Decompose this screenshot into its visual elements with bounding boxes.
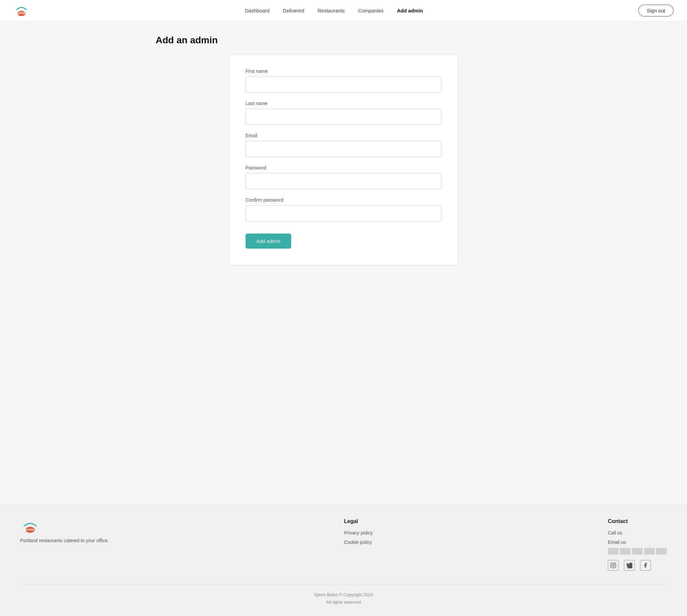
email-group: Email	[246, 133, 441, 157]
page-title: Add an admin	[156, 35, 531, 46]
footer-top: SPORK Portland restaurants catered to yo…	[20, 519, 667, 571]
password-group: Password	[246, 165, 441, 189]
nav-dashboard[interactable]: Dashboard	[245, 8, 269, 14]
footer-contact-section: Contact Call us Email us	[608, 519, 667, 571]
footer-bottom: Spork Bytes © Copyright 2023 All rights …	[20, 584, 667, 606]
social-img-4	[644, 548, 655, 555]
main-content: Add an admin First name Last name Email …	[142, 21, 545, 505]
main-nav: Dashboard Delivered Restaurants Companie…	[245, 8, 423, 14]
list-item: Cookie policy	[344, 539, 373, 545]
email-label: Email	[246, 133, 441, 138]
first-name-input[interactable]	[246, 76, 441, 93]
nav-add-admin[interactable]: Add admin	[397, 8, 423, 14]
call-us-link[interactable]: Call us	[608, 530, 622, 535]
nav-delivered[interactable]: Delivered	[283, 8, 304, 14]
first-name-group: First name	[246, 68, 441, 93]
confirm-password-input[interactable]	[246, 205, 441, 221]
privacy-policy-link[interactable]: Privacy policy	[344, 530, 373, 535]
instagram-icon[interactable]	[608, 560, 619, 571]
confirm-password-group: Confirm password	[246, 197, 441, 221]
email-us-link[interactable]: Email us	[608, 540, 626, 545]
email-input[interactable]	[246, 141, 441, 157]
footer-brand: SPORK Portland restaurants catered to yo…	[20, 519, 109, 543]
add-admin-form-card: First name Last name Email Password Conf…	[229, 55, 458, 265]
social-img-5	[656, 548, 667, 555]
nav-restaurants[interactable]: Restaurants	[318, 8, 345, 14]
footer: SPORK Portland restaurants catered to yo…	[0, 505, 687, 616]
cookie-policy-link[interactable]: Cookie policy	[344, 540, 372, 545]
last-name-group: Last name	[246, 101, 441, 125]
footer-copyright: Spork Bytes © Copyright 2023	[20, 591, 667, 598]
footer-contact-links: Call us Email us	[608, 530, 667, 545]
svg-rect-4	[611, 563, 616, 568]
confirm-password-label: Confirm password	[246, 197, 441, 203]
logo: SPORK	[14, 3, 29, 19]
last-name-label: Last name	[246, 101, 441, 106]
sign-out-button[interactable]: Sign out	[638, 5, 673, 17]
social-img-2	[620, 548, 630, 555]
social-img-3	[632, 548, 643, 555]
list-item: Email us	[608, 539, 667, 545]
footer-rights: All rights reserved	[20, 598, 667, 606]
add-admin-button[interactable]: Add admin	[246, 234, 291, 249]
footer-legal-section: Legal Privacy policy Cookie policy	[344, 519, 373, 545]
svg-point-6	[614, 564, 615, 564]
social-img-1	[608, 548, 619, 555]
svg-point-5	[612, 564, 614, 566]
twitter-icon[interactable]	[624, 560, 635, 571]
spork-logo-icon: SPORK	[14, 3, 29, 19]
first-name-label: First name	[246, 68, 441, 74]
footer-logo-icon: SPORK	[20, 519, 40, 534]
facebook-icon[interactable]	[640, 560, 651, 571]
footer-legal-heading: Legal	[344, 519, 373, 524]
header: SPORK Dashboard Delivered Restaurants Co…	[0, 0, 687, 21]
list-item: Privacy policy	[344, 530, 373, 536]
nav-companies[interactable]: Companies	[358, 8, 384, 14]
svg-text:SPORK: SPORK	[24, 528, 35, 531]
footer-contact-heading: Contact	[608, 519, 667, 524]
last-name-input[interactable]	[246, 109, 441, 125]
add-admin-form: First name Last name Email Password Conf…	[246, 68, 441, 249]
password-input[interactable]	[246, 173, 441, 189]
password-label: Password	[246, 165, 441, 171]
list-item: Call us	[608, 530, 667, 536]
social-icons-group	[608, 560, 667, 571]
svg-text:SPORK: SPORK	[17, 12, 29, 15]
social-proof-images	[608, 548, 667, 555]
footer-tagline: Portland restaurants catered to your off…	[20, 538, 109, 543]
footer-legal-links: Privacy policy Cookie policy	[344, 530, 373, 545]
